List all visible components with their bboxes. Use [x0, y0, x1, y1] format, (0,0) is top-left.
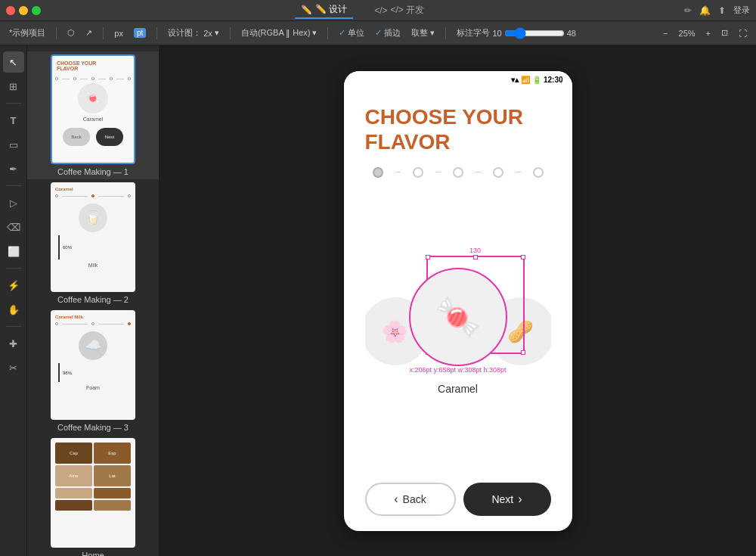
caramel-label: Caramel: [438, 383, 478, 395]
share-arrow-icon: ↗: [85, 28, 92, 38]
flavor-caramel-container: 🍬 x:206pt y:658pt w:308pt h:308pt Carame…: [409, 268, 507, 395]
toolbar-divider-1: [56, 27, 57, 39]
layer-item-3[interactable]: Caramel Milk ☁️ 38% Foam Coffee Making: [27, 307, 159, 435]
zoom-out-button[interactable]: −: [660, 27, 671, 39]
zoom-in-button[interactable]: +: [703, 27, 714, 39]
layer-thumbnail-1: CHOOSE YOURFLAVOR 🍬 Caramel Back Next: [51, 54, 135, 164]
design-mode-label: 设计图：: [168, 27, 201, 39]
dot-line-1: [395, 172, 401, 172]
tool-divider-2: [6, 185, 21, 186]
design-mode[interactable]: 设计图： 2x ▾: [165, 26, 222, 40]
share-button[interactable]: ↗: [82, 26, 95, 39]
close-button[interactable]: [6, 6, 15, 15]
font-size-control: 标注字号 10 48: [454, 26, 579, 41]
caramel-icon: 🍬: [435, 295, 482, 339]
pencil-tool-icon[interactable]: ✏: [684, 5, 692, 16]
units-check[interactable]: ✓ 单位: [336, 26, 367, 40]
unit-px-label: px: [114, 29, 123, 38]
tool-frame[interactable]: ⬜: [3, 241, 24, 262]
right-chevron-icon: ›: [518, 492, 522, 506]
flavor-dot-2[interactable]: [413, 167, 423, 178]
almond-icon: 🥜: [507, 319, 534, 344]
tool-eraser[interactable]: ⌫: [3, 216, 24, 238]
back-button[interactable]: ‹ Back: [365, 483, 456, 516]
flavor-dot-4[interactable]: [493, 167, 503, 178]
layer-thumbnail-3: Caramel Milk ☁️ 38% Foam: [51, 310, 135, 420]
tool-component[interactable]: ▷: [3, 192, 24, 213]
tool-divider-3: [6, 268, 21, 269]
tool-measure[interactable]: ✚: [3, 333, 24, 354]
maximize-button[interactable]: [32, 6, 41, 15]
flavor-carousel: 🌸 🍬 x:206pt y:658pt w:308pt h:308pt Cara…: [365, 193, 551, 471]
share-icon[interactable]: ⬆: [718, 5, 726, 16]
chevron-down-icon: ▾: [215, 28, 219, 38]
flavor-dot-1[interactable]: [373, 167, 383, 178]
layer-item-2[interactable]: Caramel 🥛 60% Milk Coffee Making — 2: [27, 179, 159, 307]
color-mode-label: 自动(RGBA ‖ Hex): [241, 27, 311, 39]
fit-screen-button[interactable]: ⊡: [718, 26, 731, 39]
traffic-lights: [6, 6, 41, 15]
tool-divider-1: [6, 103, 21, 104]
status-bar: ▾▴ 📶 🔋 12:30: [344, 71, 572, 89]
tab-dev[interactable]: </> </> 开发: [368, 2, 430, 18]
tool-cursor[interactable]: ↖: [3, 51, 24, 73]
chevron-down-icon-2: ▾: [312, 28, 317, 38]
layer-label-4: Home: [82, 551, 104, 556]
flavor-dot-5[interactable]: [533, 167, 544, 178]
next-button[interactable]: Next ›: [463, 483, 551, 516]
toolbar-divider-2: [103, 27, 104, 39]
layers-panel: CHOOSE YOURFLAVOR 🍬 Caramel Back Next: [27, 45, 160, 556]
zoom-label: 25%: [679, 29, 696, 38]
title-line1: CHOOSE YOUR: [365, 105, 524, 129]
tab-design[interactable]: ✏️ ✏️ 设计: [295, 2, 353, 19]
padding-check[interactable]: ✓ 插边: [372, 26, 404, 40]
flavor-dots: [365, 167, 551, 178]
snap-check[interactable]: 取整 ▾: [408, 26, 438, 40]
tool-text[interactable]: T: [3, 110, 24, 131]
color-mode[interactable]: 自动(RGBA ‖ Hex) ▾: [238, 26, 321, 40]
tool-slice[interactable]: ⊞: [3, 76, 24, 97]
flavor-dot-3[interactable]: [453, 167, 463, 178]
tool-pen[interactable]: ✒: [3, 158, 24, 179]
unit-px[interactable]: px: [111, 27, 126, 39]
chevron-down-icon-3: ▾: [430, 28, 435, 38]
tab-design-label: ✏️ 设计: [315, 3, 347, 16]
scale-label: 2x: [203, 29, 212, 38]
toolbar-divider-4: [230, 27, 231, 39]
toolbar-divider-3: [156, 27, 157, 39]
font-max: 48: [567, 29, 576, 38]
login-button[interactable]: 登录: [733, 5, 750, 16]
toolbar-right: − 25% + ⊡ ⛶: [660, 26, 750, 39]
top-tabs: ✏️ ✏️ 设计 </> </> 开发: [45, 2, 680, 19]
tool-hand[interactable]: ✋: [3, 299, 24, 320]
export-button[interactable]: ⬡: [64, 26, 78, 39]
bell-icon[interactable]: 🔔: [699, 5, 711, 16]
fullscreen-button[interactable]: ⛶: [736, 27, 750, 39]
battery-icon: 🔋: [532, 76, 541, 84]
phone-frame: ▾▴ 📶 🔋 12:30 CHOOSE YOUR FLAVOR: [344, 71, 572, 531]
time-display: 12:30: [544, 76, 563, 84]
tools-sidebar: ↖ ⊞ T ▭ ✒ ▷ ⌫ ⬜ ⚡ ✋ ✚ ✂: [0, 45, 27, 556]
zoom-level[interactable]: 25%: [676, 27, 699, 39]
layer-thumbnail-2: Caramel 🥛 60% Milk: [51, 182, 135, 292]
tool-rectangle[interactable]: ▭: [3, 134, 24, 155]
code-icon: </>: [374, 5, 387, 16]
tool-cut[interactable]: ✂: [3, 357, 24, 378]
tool-plugin[interactable]: ⚡: [3, 275, 24, 296]
unit-pt-label: pt: [134, 28, 146, 38]
minimize-button[interactable]: [19, 6, 28, 15]
layer-label-2: Coffee Making — 2: [57, 295, 129, 304]
dot-line-4: [516, 172, 521, 172]
layer-thumbnail-4: Cap Esp Ame Lat: [51, 438, 135, 548]
font-label: 标注字号: [457, 27, 490, 39]
flavor-caramel-main[interactable]: 🍬: [409, 268, 507, 366]
layer-item-1[interactable]: CHOOSE YOURFLAVOR 🍬 Caramel Back Next: [27, 51, 159, 179]
unit-pt[interactable]: pt: [131, 26, 149, 39]
layer-item-4[interactable]: Cap Esp Ame Lat Home: [27, 435, 159, 556]
project-name-label: *示例项目: [9, 27, 45, 39]
project-name[interactable]: *示例项目: [6, 26, 48, 40]
font-slider[interactable]: [504, 27, 565, 39]
toolbar-divider-6: [445, 27, 446, 39]
phone-buttons: ‹ Back Next ›: [365, 483, 551, 516]
toolbar-divider-5: [327, 27, 328, 39]
